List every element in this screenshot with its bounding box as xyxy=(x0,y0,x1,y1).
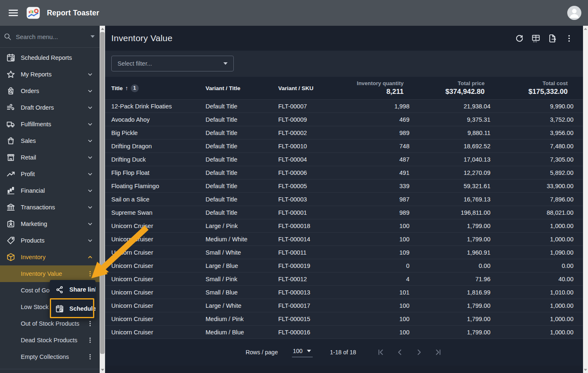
column-header-total-cost[interactable]: Total cost $175,332.00 xyxy=(490,80,573,96)
search-caret-icon[interactable] xyxy=(91,35,95,38)
sidebar-item-orders[interactable]: Orders xyxy=(0,83,100,99)
chevron-down-icon xyxy=(86,170,94,178)
sidebar-subitem-inventory-value[interactable]: Inventory Value xyxy=(0,265,100,282)
sidebar-subitem-empty-collections[interactable]: Empty Collections xyxy=(0,348,100,365)
table-row[interactable]: Drifting DragonDefault TitleFLT-00010748… xyxy=(105,140,583,153)
page-title: Inventory Value xyxy=(111,33,172,43)
kebab-icon[interactable] xyxy=(564,34,574,43)
last-page-icon[interactable] xyxy=(434,348,443,357)
sidebar-scrollbar[interactable] xyxy=(100,26,105,373)
kebab-icon[interactable] xyxy=(86,353,94,361)
cell-variant-title: Small / Pink xyxy=(206,276,278,282)
table-row[interactable]: Unicorn CruiserMedium / BlueFLT-00001610… xyxy=(105,326,583,339)
sidebar-subitem-label: Out of Stock Products xyxy=(21,320,86,327)
cell-title: Big Pickle xyxy=(111,130,206,136)
rows-per-page-select[interactable]: 100 xyxy=(292,348,312,357)
table-row[interactable]: Avocado AhoyDefault TitleFLT-000094699,3… xyxy=(105,113,583,126)
table-row[interactable]: Unicorn CruiserMedium / PinkFLT-00001510… xyxy=(105,312,583,326)
column-header-total-price[interactable]: Total price $374,942.80 xyxy=(409,80,490,96)
chevron-down-icon xyxy=(86,104,94,111)
sidebar-menu: Scheduled ReportsMy ReportsOrdersDraft O… xyxy=(0,48,100,373)
cell-total-cost: 0.00 xyxy=(490,263,573,269)
cell-total-price: 1,960.91 xyxy=(409,249,490,256)
cell-variant-sku: FLT-00005 xyxy=(278,183,349,189)
table-row[interactable]: Unicorn CruiserSmall / PinkFLT-00012471.… xyxy=(105,272,583,286)
refresh-icon[interactable] xyxy=(514,34,524,43)
scroll-up-icon[interactable] xyxy=(100,26,105,32)
previous-page-icon[interactable] xyxy=(395,348,404,357)
table-row[interactable]: Drifting DuckDefault TitleFLT-0000448717… xyxy=(105,153,583,166)
column-header-variant-title[interactable]: Variant / Title xyxy=(206,85,278,91)
cell-total-cost: 9,990.00 xyxy=(490,103,573,110)
table-row[interactable]: Unicorn CruiserSmall / BlueFLT-000013101… xyxy=(105,286,583,299)
tag-icon xyxy=(6,236,15,245)
table-row[interactable]: Sail on a SliceDefault TitleFLT-00003987… xyxy=(105,193,583,206)
table-row[interactable]: Unicorn CruiserLarge / PinkFLT-000018100… xyxy=(105,219,583,233)
sidebar-item-my-reports[interactable]: My Reports xyxy=(0,66,100,83)
account-avatar-icon[interactable] xyxy=(567,6,581,20)
cube-icon xyxy=(6,253,15,262)
cell-title: Flip Flop Float xyxy=(111,169,206,176)
cell-variant-title: Large / White xyxy=(206,302,278,309)
report-header: Inventory Value xyxy=(105,26,583,51)
sidebar-item-retail[interactable]: Retail xyxy=(0,149,100,166)
table-row[interactable]: Flip Flop FloatDefault TitleFLT-00006491… xyxy=(105,166,583,179)
cell-inventory-quantity: 989 xyxy=(349,130,409,136)
sidebar-item-scheduled-reports[interactable]: Scheduled Reports xyxy=(0,49,100,66)
kebab-icon[interactable] xyxy=(86,320,94,327)
wind-icon xyxy=(6,103,15,112)
main-scrollbar[interactable] xyxy=(583,26,588,373)
sidebar-item-label: Marketing xyxy=(21,221,86,227)
sidebar-item-inventory[interactable]: Inventory xyxy=(0,249,100,265)
column-header-variant-sku[interactable]: Variant / SKU xyxy=(278,85,349,91)
scroll-down-icon[interactable] xyxy=(100,367,105,373)
sidebar-item-profit[interactable]: Profit xyxy=(0,166,100,182)
column-header-title[interactable]: Title ↑ 1 xyxy=(111,84,206,92)
waterfall-chart-icon xyxy=(6,186,15,195)
table-row[interactable]: Unicorn CruiserSmall / WhiteFLT-00011109… xyxy=(105,246,583,259)
export-file-icon[interactable] xyxy=(548,34,557,43)
filter-select[interactable]: Select filter... xyxy=(111,56,234,71)
table-row[interactable]: Big PickleDefault TitleFLT-000029899,880… xyxy=(105,126,583,140)
next-page-icon[interactable] xyxy=(414,348,424,357)
sidebar-subitem-dead-stock-products[interactable]: Dead Stock Products xyxy=(0,332,100,348)
cell-total-cost: 3,752.00 xyxy=(490,116,573,123)
hamburger-menu-icon[interactable] xyxy=(7,7,19,19)
kebab-icon[interactable] xyxy=(86,336,94,344)
table-row[interactable]: Supreme SwanDefault TitleFLT-00001989196… xyxy=(105,206,583,219)
cell-variant-title: Default Title xyxy=(206,169,278,176)
pivot-table-icon[interactable] xyxy=(531,34,541,43)
sidebar-subitem-label: Dead Stock Products xyxy=(21,337,86,344)
sidebar-item-sales[interactable]: Sales xyxy=(0,133,100,149)
sidebar-item-fulfillments[interactable]: Fulfillments xyxy=(0,116,100,133)
cell-title: Unicorn Cruiser xyxy=(111,236,206,243)
search-input[interactable]: Search menu... xyxy=(16,33,91,40)
context-menu-item-schedule[interactable]: Schedule xyxy=(50,299,96,318)
table-row[interactable]: Unicorn CruiserLarge / WhiteFLT-00001710… xyxy=(105,299,583,312)
first-page-icon[interactable] xyxy=(376,348,385,357)
cell-variant-title: Medium / White xyxy=(206,236,278,243)
sidebar-item-transactions[interactable]: Transactions xyxy=(0,199,100,216)
table-row[interactable]: Unicorn CruiserMedium / WhiteFLT-0000141… xyxy=(105,233,583,246)
table-row[interactable]: Floating FlamingoDefault TitleFLT-000053… xyxy=(105,179,583,193)
table-row[interactable]: Unicorn CruiserLarge / BlueFLT-00001900.… xyxy=(105,259,583,272)
kebab-icon[interactable] xyxy=(86,270,94,277)
context-menu-item-share-link[interactable]: Share link xyxy=(50,280,96,299)
table-header: Title ↑ 1 Variant / Title Variant / SKU … xyxy=(105,77,583,100)
sidebar-scrollbar-thumb[interactable] xyxy=(100,32,105,354)
cell-inventory-quantity: 491 xyxy=(349,169,409,176)
sidebar-item-products[interactable]: Products xyxy=(0,232,100,249)
scroll-up-icon[interactable] xyxy=(583,26,588,32)
sidebar-item-marketing[interactable]: Marketing xyxy=(0,216,100,232)
report-toaster-logo xyxy=(26,5,41,20)
cell-inventory-quantity: 4 xyxy=(349,276,409,282)
sidebar-search[interactable]: Search menu... xyxy=(0,26,100,48)
cell-variant-title: Large / Pink xyxy=(206,223,278,229)
scroll-down-icon[interactable] xyxy=(583,367,588,373)
table-row[interactable]: 12-Pack Drink FloatiesDefault TitleFLT-0… xyxy=(105,100,583,113)
sidebar-item-draft-orders[interactable]: Draft Orders xyxy=(0,99,100,116)
sidebar-item-financial[interactable]: Financial xyxy=(0,182,100,199)
cell-total-cost: 88,021.00 xyxy=(490,209,573,216)
column-header-inventory-quantity[interactable]: Inventory quantity 8,211 xyxy=(349,80,409,96)
sidebar-item-label: Retail xyxy=(21,154,86,161)
